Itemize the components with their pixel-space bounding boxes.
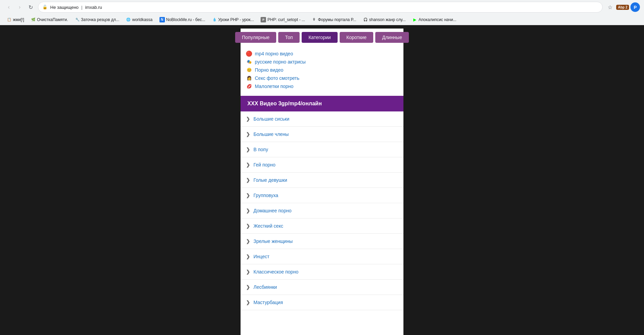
browser-chrome: ‹ › ↻ 🔓 Не защищено | imxab.ru ☆ Abp 2 P… bbox=[0, 0, 644, 25]
tab-popular[interactable]: Популярные bbox=[235, 32, 276, 43]
profile-button[interactable]: P bbox=[630, 2, 640, 12]
chevron-icon-2: ❯ bbox=[246, 131, 250, 137]
star-button[interactable]: ☆ bbox=[605, 2, 615, 12]
category-bolshie-siski-label: Большие сиськи bbox=[253, 116, 289, 122]
adblock-button[interactable]: Abp 2 bbox=[616, 5, 629, 10]
tab-short[interactable]: Короткие bbox=[340, 32, 373, 43]
chevron-icon-1: ❯ bbox=[246, 116, 250, 122]
tab-long[interactable]: Длинные bbox=[375, 32, 409, 43]
bookmark-shanson[interactable]: 🎧 shanson жанр слу... bbox=[360, 16, 409, 23]
category-bolshie-siski[interactable]: ❯ Большие сиськи bbox=[241, 111, 403, 127]
reload-button[interactable]: ↻ bbox=[26, 2, 35, 12]
quick-link-russian-icon: 🎭 bbox=[246, 59, 252, 65]
category-masturbaciya-label: Мастурбация bbox=[253, 300, 283, 305]
forward-button[interactable]: › bbox=[15, 2, 24, 12]
category-lesbiyanka-label: Лесбиянки bbox=[253, 284, 277, 290]
bookmark-jmi-icon: 📋 bbox=[7, 17, 12, 22]
quick-link-sex-photo[interactable]: 👩 Секс фото смотреть bbox=[246, 74, 398, 82]
bookmark-jmi[interactable]: 📋 жми[!] bbox=[4, 16, 27, 23]
nav-buttons: ‹ › ↻ bbox=[4, 2, 35, 12]
bookmark-worldkassa-label: worldkassa bbox=[132, 17, 152, 22]
page-content: Популярные Топ Категории Короткие Длинны… bbox=[0, 25, 644, 335]
chevron-icon-11: ❯ bbox=[246, 269, 250, 275]
quick-link-mp4-label: mp4 порно видео bbox=[255, 51, 293, 56]
category-gruppovuha[interactable]: ❯ Групповуха bbox=[241, 188, 403, 203]
category-incest-label: Инцест bbox=[253, 254, 269, 259]
bookmark-ochistka-icon: 🌿 bbox=[31, 17, 36, 22]
quick-link-sex-photo-label: Секс фото смотреть bbox=[255, 75, 299, 81]
chevron-icon-4: ❯ bbox=[246, 162, 250, 168]
tab-categories[interactable]: Категории bbox=[302, 32, 338, 43]
category-v-popu[interactable]: ❯ В попу bbox=[241, 142, 403, 157]
bookmark-php-uroki[interactable]: 💧 Уроки PHP - урок... bbox=[209, 16, 257, 23]
chevron-icon-12: ❯ bbox=[246, 284, 250, 290]
category-gei-label: Гей порно bbox=[253, 162, 276, 168]
address-bar[interactable]: 🔓 Не защищено | imxab.ru bbox=[38, 2, 603, 13]
bookmark-zatochka[interactable]: 🔧 Заточка резцов дл... bbox=[72, 16, 122, 23]
chevron-icon-6: ❯ bbox=[246, 193, 250, 198]
category-gei[interactable]: ❯ Гей порно bbox=[241, 157, 403, 173]
category-zrelye[interactable]: ❯ Зрелые женщины bbox=[241, 234, 403, 249]
tab-top[interactable]: Топ bbox=[278, 32, 300, 43]
category-golye[interactable]: ❯ Голые девушки bbox=[241, 173, 403, 188]
bookmark-forums-icon: 🎙 bbox=[312, 17, 317, 22]
quick-link-mp4-icon: 🔴 bbox=[246, 51, 252, 57]
category-golye-label: Голые девушки bbox=[253, 177, 287, 183]
quick-link-sex-photo-icon: 👩 bbox=[246, 75, 252, 81]
lock-icon: 🔓 bbox=[42, 5, 48, 10]
browser-toolbar: ‹ › ↻ 🔓 Не защищено | imxab.ru ☆ Abp 2 P bbox=[0, 0, 644, 14]
category-v-popu-label: В попу bbox=[253, 147, 268, 152]
back-button[interactable]: ‹ bbox=[4, 2, 14, 12]
bookmark-shanson-label: shanson жанр слу... bbox=[369, 17, 406, 22]
url-secure-text: Не защищено bbox=[50, 5, 79, 10]
toolbar-right: ☆ Abp 2 P bbox=[605, 2, 640, 12]
bookmark-php-curl[interactable]: P PHP: curl_setopt - ... bbox=[258, 16, 308, 23]
bookmark-php-uroki-icon: 💧 bbox=[212, 17, 217, 22]
category-incest[interactable]: ❯ Инцест bbox=[241, 249, 403, 264]
category-zhestkiy[interactable]: ❯ Жесткий секс bbox=[241, 218, 403, 234]
chevron-icon-10: ❯ bbox=[246, 254, 250, 259]
quick-link-porno-label: Порно видео bbox=[255, 67, 283, 73]
bookmark-zatochka-label: Заточка резцов дл... bbox=[81, 17, 119, 22]
bookmark-zatochka-icon: 🔧 bbox=[75, 17, 80, 22]
category-domashneye-label: Домашнее порно bbox=[253, 208, 291, 213]
bookmark-apokalipsis-icon: ▶ bbox=[413, 17, 417, 22]
site-container: Популярные Топ Категории Короткие Длинны… bbox=[241, 29, 403, 335]
bookmark-php-curl-label: PHP: curl_setopt - ... bbox=[267, 17, 305, 22]
bookmark-forums-label: Форумы портала Р... bbox=[318, 17, 356, 22]
bookmark-php-uroki-label: Уроки PHP - урок... bbox=[218, 17, 254, 22]
quick-link-russian-label: русские порно актрисы bbox=[255, 59, 306, 65]
quick-link-malolletki-label: Малолетки порно bbox=[255, 84, 293, 89]
category-lesbiyanka[interactable]: ❯ Лесбиянки bbox=[241, 280, 403, 295]
category-list: ❯ Большие сиськи ❯ Большие члены ❯ В поп… bbox=[241, 111, 403, 310]
chevron-icon-3: ❯ bbox=[246, 147, 250, 152]
bookmark-apokalipsis[interactable]: ▶ Апокалипсис начи... bbox=[410, 16, 459, 23]
quick-link-porno[interactable]: 😊 Порно видео bbox=[246, 66, 398, 74]
url-domain: imxab.ru bbox=[85, 5, 102, 10]
category-bolshie-chleny-label: Большие члены bbox=[253, 131, 289, 137]
bookmark-shanson-icon: 🎧 bbox=[363, 17, 368, 22]
chevron-icon-7: ❯ bbox=[246, 208, 250, 213]
bookmark-ochistka[interactable]: 🌿 ОчисткаПамяти. bbox=[28, 16, 71, 23]
chevron-icon-9: ❯ bbox=[246, 239, 250, 244]
quick-link-russian[interactable]: 🎭 русские порно актрисы bbox=[246, 58, 398, 66]
quick-link-mp4[interactable]: 🔴 mp4 порно видео bbox=[246, 50, 398, 58]
bookmark-forums[interactable]: 🎙 Форумы портала Р... bbox=[309, 16, 359, 23]
quick-links: 🔴 mp4 порно видео 🎭 русские порно актрис… bbox=[241, 46, 403, 94]
category-bolshie-chleny[interactable]: ❯ Большие члены bbox=[241, 127, 403, 142]
bookmark-ochistka-label: ОчисткаПамяти. bbox=[37, 17, 68, 22]
category-masturbaciya[interactable]: ❯ Мастурбация bbox=[241, 295, 403, 310]
bookmark-noblockme-icon: N bbox=[159, 17, 165, 22]
category-zrelye-label: Зрелые женщины bbox=[253, 239, 293, 244]
quick-link-malolletki[interactable]: 💋 Малолетки порно bbox=[246, 82, 398, 90]
bookmark-worldkassa[interactable]: 🌐 worldkassa bbox=[123, 16, 155, 23]
quick-link-malolletki-icon: 💋 bbox=[246, 83, 252, 89]
nav-tabs: Популярные Топ Категории Короткие Длинны… bbox=[241, 29, 403, 46]
bookmark-worldkassa-icon: 🌐 bbox=[126, 17, 131, 22]
url-separator: | bbox=[81, 5, 82, 10]
bookmark-noblockme[interactable]: N NoBlockMe.ru - бес... bbox=[157, 16, 208, 23]
category-domashneye[interactable]: ❯ Домашнее порно bbox=[241, 203, 403, 218]
category-klassicheskoe[interactable]: ❯ Классическое порно bbox=[241, 264, 403, 280]
quick-link-porno-icon: 😊 bbox=[246, 67, 252, 73]
bookmark-apokalipsis-label: Апокалипсис начи... bbox=[419, 17, 457, 22]
